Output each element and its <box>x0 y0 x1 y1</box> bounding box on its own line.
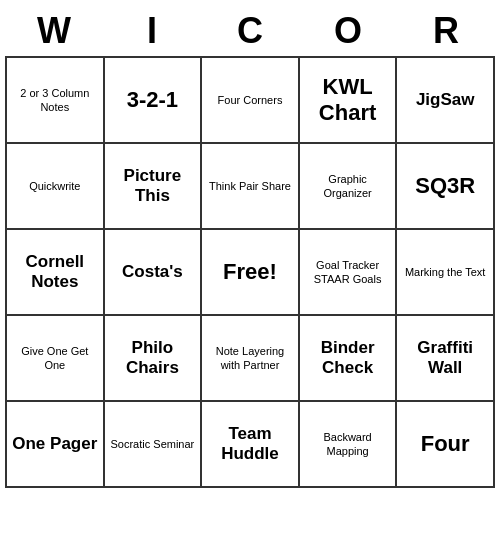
header-letter-c: C <box>201 6 299 56</box>
header-letter-o: O <box>299 6 397 56</box>
cell-r0-c0: 2 or 3 Column Notes <box>7 58 105 144</box>
cell-r0-c1: 3-2-1 <box>105 58 203 144</box>
cell-r3-c2: Note Layering with Partner <box>202 316 300 402</box>
cell-text-r0-c1: 3-2-1 <box>127 87 178 113</box>
bingo-card: WICOR 2 or 3 Column Notes3-2-1Four Corne… <box>5 6 495 488</box>
cell-text-r4-c3: Backward Mapping <box>304 430 392 459</box>
cell-r1-c1: Picture This <box>105 144 203 230</box>
cell-text-r3-c1: Philo Chairs <box>109 338 197 379</box>
cell-text-r2-c2: Free! <box>223 259 277 285</box>
cell-text-r1-c0: Quickwrite <box>29 179 80 193</box>
cell-r2-c2: Free! <box>202 230 300 316</box>
cell-r2-c4: Marking the Text <box>397 230 495 316</box>
cell-text-r1-c2: Think Pair Share <box>209 179 291 193</box>
cell-r4-c2: Team Huddle <box>202 402 300 488</box>
cell-text-r1-c3: Graphic Organizer <box>304 172 392 201</box>
header-row: WICOR <box>5 6 495 56</box>
cell-text-r3-c2: Note Layering with Partner <box>206 344 294 373</box>
cell-text-r2-c3: Goal Tracker STAAR Goals <box>304 258 392 287</box>
header-letter-r: R <box>397 6 495 56</box>
cell-r1-c3: Graphic Organizer <box>300 144 398 230</box>
cell-text-r4-c4: Four <box>421 431 470 457</box>
header-letter-w: W <box>5 6 103 56</box>
header-letter-i: I <box>103 6 201 56</box>
cell-text-r0-c4: JigSaw <box>416 90 475 110</box>
cell-text-r0-c2: Four Corners <box>218 93 283 107</box>
cell-text-r4-c2: Team Huddle <box>206 424 294 465</box>
cell-r1-c4: SQ3R <box>397 144 495 230</box>
cell-text-r4-c0: One Pager <box>12 434 97 454</box>
cell-text-r0-c0: 2 or 3 Column Notes <box>11 86 99 115</box>
cell-text-r4-c1: Socratic Seminar <box>111 437 195 451</box>
cell-r3-c3: Binder Check <box>300 316 398 402</box>
cell-text-r1-c1: Picture This <box>109 166 197 207</box>
cell-r0-c4: JigSaw <box>397 58 495 144</box>
cell-text-r3-c4: Graffiti Wall <box>401 338 489 379</box>
cell-text-r0-c3: KWL Chart <box>304 74 392 127</box>
cell-text-r2-c1: Costa's <box>122 262 183 282</box>
cell-r3-c4: Graffiti Wall <box>397 316 495 402</box>
cell-r4-c1: Socratic Seminar <box>105 402 203 488</box>
cell-r2-c0: Cornell Notes <box>7 230 105 316</box>
cell-text-r2-c4: Marking the Text <box>405 265 486 279</box>
cell-r4-c3: Backward Mapping <box>300 402 398 488</box>
cell-r1-c0: Quickwrite <box>7 144 105 230</box>
cell-r2-c3: Goal Tracker STAAR Goals <box>300 230 398 316</box>
cell-r1-c2: Think Pair Share <box>202 144 300 230</box>
cell-text-r3-c0: Give One Get One <box>11 344 99 373</box>
cell-r3-c1: Philo Chairs <box>105 316 203 402</box>
cell-r0-c3: KWL Chart <box>300 58 398 144</box>
cell-text-r2-c0: Cornell Notes <box>11 252 99 293</box>
cell-r3-c0: Give One Get One <box>7 316 105 402</box>
cell-r2-c1: Costa's <box>105 230 203 316</box>
cell-r0-c2: Four Corners <box>202 58 300 144</box>
cell-text-r3-c3: Binder Check <box>304 338 392 379</box>
cell-r4-c0: One Pager <box>7 402 105 488</box>
cell-text-r1-c4: SQ3R <box>415 173 475 199</box>
bingo-grid: 2 or 3 Column Notes3-2-1Four CornersKWL … <box>5 56 495 488</box>
cell-r4-c4: Four <box>397 402 495 488</box>
